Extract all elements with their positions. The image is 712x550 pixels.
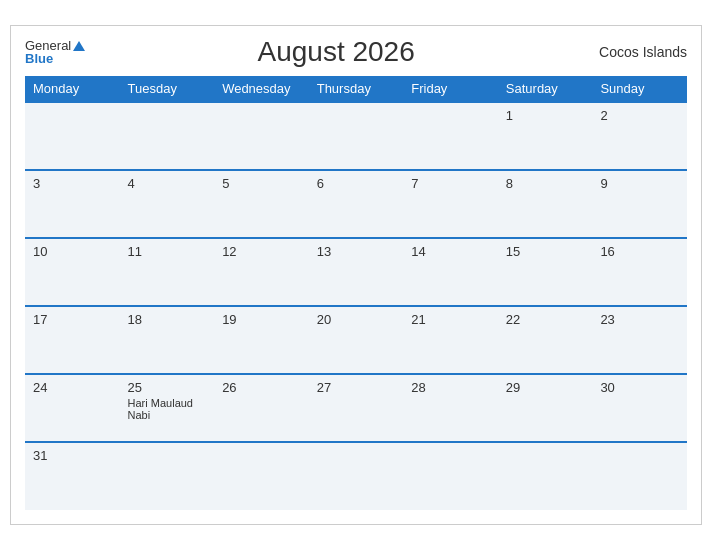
calendar-day-cell xyxy=(120,442,215,510)
day-number: 17 xyxy=(33,312,112,327)
day-number: 26 xyxy=(222,380,301,395)
day-number: 21 xyxy=(411,312,490,327)
calendar-day-cell: 20 xyxy=(309,306,404,374)
day-number: 8 xyxy=(506,176,585,191)
calendar-day-cell: 14 xyxy=(403,238,498,306)
header-saturday: Saturday xyxy=(498,76,593,102)
weekday-header-row: Monday Tuesday Wednesday Thursday Friday… xyxy=(25,76,687,102)
day-number: 24 xyxy=(33,380,112,395)
calendar-week-row: 31 xyxy=(25,442,687,510)
day-number: 22 xyxy=(506,312,585,327)
calendar-week-row: 10111213141516 xyxy=(25,238,687,306)
day-number: 5 xyxy=(222,176,301,191)
day-number: 20 xyxy=(317,312,396,327)
calendar-day-cell xyxy=(214,102,309,170)
calendar-day-cell: 18 xyxy=(120,306,215,374)
day-number: 31 xyxy=(33,448,112,463)
calendar-region: Cocos Islands xyxy=(587,44,687,60)
day-number: 15 xyxy=(506,244,585,259)
calendar-day-cell: 16 xyxy=(592,238,687,306)
calendar-day-cell: 1 xyxy=(498,102,593,170)
calendar-day-cell: 22 xyxy=(498,306,593,374)
calendar-day-cell: 30 xyxy=(592,374,687,442)
header-thursday: Thursday xyxy=(309,76,404,102)
day-number: 7 xyxy=(411,176,490,191)
calendar-day-cell: 28 xyxy=(403,374,498,442)
day-number: 2 xyxy=(600,108,679,123)
event-label: Hari Maulaud Nabi xyxy=(128,397,207,421)
day-number: 14 xyxy=(411,244,490,259)
calendar-grid: Monday Tuesday Wednesday Thursday Friday… xyxy=(25,76,687,510)
header-sunday: Sunday xyxy=(592,76,687,102)
calendar-day-cell: 9 xyxy=(592,170,687,238)
day-number: 18 xyxy=(128,312,207,327)
logo-blue-text: Blue xyxy=(25,52,85,65)
day-number: 19 xyxy=(222,312,301,327)
calendar-day-cell xyxy=(214,442,309,510)
calendar-day-cell: 8 xyxy=(498,170,593,238)
calendar-day-cell: 7 xyxy=(403,170,498,238)
day-number: 27 xyxy=(317,380,396,395)
calendar-day-cell: 29 xyxy=(498,374,593,442)
calendar-day-cell: 23 xyxy=(592,306,687,374)
calendar-day-cell: 4 xyxy=(120,170,215,238)
day-number: 1 xyxy=(506,108,585,123)
header-wednesday: Wednesday xyxy=(214,76,309,102)
day-number: 25 xyxy=(128,380,207,395)
day-number: 6 xyxy=(317,176,396,191)
day-number: 9 xyxy=(600,176,679,191)
calendar-week-row: 17181920212223 xyxy=(25,306,687,374)
day-number: 16 xyxy=(600,244,679,259)
day-number: 4 xyxy=(128,176,207,191)
day-number: 3 xyxy=(33,176,112,191)
day-number: 30 xyxy=(600,380,679,395)
calendar-day-cell xyxy=(309,442,404,510)
calendar-day-cell xyxy=(25,102,120,170)
header-friday: Friday xyxy=(403,76,498,102)
calendar-day-cell xyxy=(403,442,498,510)
day-number: 12 xyxy=(222,244,301,259)
calendar-day-cell: 11 xyxy=(120,238,215,306)
calendar-day-cell: 15 xyxy=(498,238,593,306)
calendar-day-cell: 5 xyxy=(214,170,309,238)
calendar-day-cell: 3 xyxy=(25,170,120,238)
calendar-day-cell: 6 xyxy=(309,170,404,238)
calendar-day-cell xyxy=(120,102,215,170)
calendar-day-cell: 24 xyxy=(25,374,120,442)
calendar-day-cell: 25Hari Maulaud Nabi xyxy=(120,374,215,442)
calendar-day-cell xyxy=(498,442,593,510)
calendar-day-cell: 31 xyxy=(25,442,120,510)
calendar-day-cell: 27 xyxy=(309,374,404,442)
day-number: 10 xyxy=(33,244,112,259)
calendar-body: 1234567891011121314151617181920212223242… xyxy=(25,102,687,510)
day-number: 13 xyxy=(317,244,396,259)
calendar-container: General Blue August 2026 Cocos Islands M… xyxy=(10,25,702,525)
day-number: 28 xyxy=(411,380,490,395)
calendar-day-cell xyxy=(592,442,687,510)
calendar-title: August 2026 xyxy=(85,36,587,68)
calendar-day-cell: 2 xyxy=(592,102,687,170)
calendar-day-cell: 13 xyxy=(309,238,404,306)
calendar-week-row: 2425Hari Maulaud Nabi2627282930 xyxy=(25,374,687,442)
calendar-day-cell: 17 xyxy=(25,306,120,374)
header-tuesday: Tuesday xyxy=(120,76,215,102)
calendar-day-cell: 26 xyxy=(214,374,309,442)
calendar-week-row: 3456789 xyxy=(25,170,687,238)
calendar-day-cell: 10 xyxy=(25,238,120,306)
calendar-header: General Blue August 2026 Cocos Islands xyxy=(25,36,687,68)
day-number: 29 xyxy=(506,380,585,395)
header-monday: Monday xyxy=(25,76,120,102)
calendar-day-cell xyxy=(309,102,404,170)
day-number: 23 xyxy=(600,312,679,327)
calendar-week-row: 12 xyxy=(25,102,687,170)
logo-triangle-icon xyxy=(73,41,85,51)
day-number: 11 xyxy=(128,244,207,259)
calendar-day-cell: 21 xyxy=(403,306,498,374)
logo: General Blue xyxy=(25,39,85,65)
calendar-day-cell: 12 xyxy=(214,238,309,306)
calendar-day-cell: 19 xyxy=(214,306,309,374)
calendar-day-cell xyxy=(403,102,498,170)
